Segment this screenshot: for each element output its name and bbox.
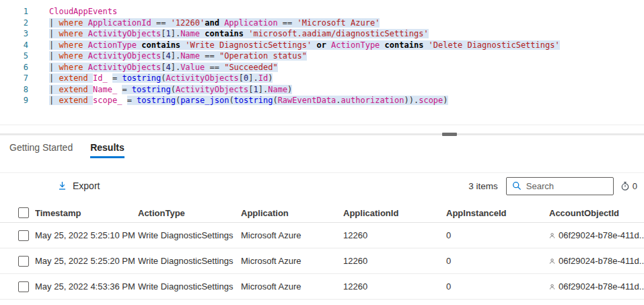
line-number: 5 xyxy=(0,50,28,62)
person-icon xyxy=(549,257,555,266)
table-row[interactable]: May 25, 2022 5:25:20 PMWrite DiagnosticS… xyxy=(0,248,644,274)
column-header-accountobjectid[interactable]: AccountObjectId xyxy=(549,208,644,218)
line-number: 1 xyxy=(0,6,28,18)
code-line[interactable]: 3| where ActivityObjects[1].Name contain… xyxy=(0,28,644,40)
cell-application-id: 12260 xyxy=(343,230,446,240)
line-number: 6 xyxy=(0,62,28,73)
account-object-id-value: 06f29024-b78e-411d.. xyxy=(559,256,644,266)
items-count: 3 items xyxy=(468,181,498,191)
code-line[interactable]: 8| extend Name_ = tostring(ActivityObjec… xyxy=(0,84,644,96)
column-header-applicationid[interactable]: ApplicationId xyxy=(343,208,446,218)
splitter-drag-handle[interactable] xyxy=(442,133,457,136)
code-line[interactable]: 7| extend Id_ = tostring(ActivityObjects… xyxy=(0,73,644,84)
pane-splitter[interactable] xyxy=(0,133,644,135)
stopwatch-icon xyxy=(620,181,630,191)
code-line[interactable]: 5| where ActivityObjects[4].Name == "Ope… xyxy=(0,50,644,62)
cell-timestamp: May 25, 2022 5:25:10 PM xyxy=(35,230,138,240)
row-checkbox[interactable] xyxy=(18,281,29,292)
code-line[interactable]: 2| where ApplicationId == '12260'and App… xyxy=(0,18,644,29)
cell-app-instance-id: 0 xyxy=(446,230,549,240)
column-header-actiontype[interactable]: ActionType xyxy=(138,208,241,218)
line-number: 7 xyxy=(0,73,28,84)
export-button[interactable]: Export xyxy=(57,180,100,191)
code-line[interactable]: 1CloudAppEvents xyxy=(0,6,644,18)
cell-application: Microsoft Azure xyxy=(241,281,343,292)
cell-account-object-id: 06f29024-b78e-411d.. xyxy=(549,281,644,292)
table-row[interactable]: May 25, 2022 4:53:36 PMWrite DiagnosticS… xyxy=(0,274,644,300)
column-header-appinstanceid[interactable]: AppInstanceId xyxy=(446,208,549,218)
search-input[interactable] xyxy=(526,181,604,191)
line-number: 4 xyxy=(0,40,28,51)
cell-application: Microsoft Azure xyxy=(241,256,343,266)
query-duration-value: 0 xyxy=(633,181,637,191)
code-line[interactable]: 6| where ActivityObjects[4].Value == "Su… xyxy=(0,62,644,73)
person-icon xyxy=(549,231,555,240)
search-box[interactable] xyxy=(506,177,614,195)
cell-application-id: 12260 xyxy=(343,281,446,292)
tab-getting-started[interactable]: Getting Started xyxy=(9,142,73,158)
search-icon xyxy=(512,181,522,191)
line-number: 2 xyxy=(0,18,28,29)
export-label: Export xyxy=(73,180,100,191)
cell-timestamp: May 25, 2022 5:25:20 PM xyxy=(35,256,138,266)
cell-application: Microsoft Azure xyxy=(241,230,343,240)
line-number: 9 xyxy=(0,95,28,106)
row-checkbox[interactable] xyxy=(18,230,29,241)
cell-action-type: Write DiagnosticSettings xyxy=(138,281,241,292)
results-table-body: May 25, 2022 5:25:10 PMWrite DiagnosticS… xyxy=(0,223,644,300)
tab-results[interactable]: Results xyxy=(90,142,124,158)
results-table-header: Timestamp ActionType Application Applica… xyxy=(0,203,644,223)
results-toolbar: Export 3 items 0 xyxy=(0,172,644,199)
query-editor[interactable]: 1CloudAppEvents2| where ApplicationId ==… xyxy=(0,0,644,125)
line-number: 3 xyxy=(0,28,28,40)
row-checkbox[interactable] xyxy=(18,256,29,267)
table-row[interactable]: May 25, 2022 5:25:10 PMWrite DiagnosticS… xyxy=(0,223,644,248)
query-duration: 0 xyxy=(620,181,637,191)
cell-application-id: 12260 xyxy=(343,256,446,266)
cell-account-object-id: 06f29024-b78e-411d.. xyxy=(549,256,644,266)
cell-account-object-id: 06f29024-b78e-411d.. xyxy=(549,230,644,240)
cell-action-type: Write DiagnosticSettings xyxy=(138,256,241,266)
code-line[interactable]: 9| extend scope_ = tostring(parse_json(t… xyxy=(0,95,644,106)
download-icon xyxy=(57,180,67,191)
results-table: Timestamp ActionType Application Applica… xyxy=(0,203,644,300)
cell-action-type: Write DiagnosticSettings xyxy=(138,230,241,240)
cell-app-instance-id: 0 xyxy=(446,281,549,292)
cell-app-instance-id: 0 xyxy=(446,256,549,266)
column-header-timestamp[interactable]: Timestamp xyxy=(35,208,138,218)
advanced-hunting-results-screen: 1CloudAppEvents2| where ApplicationId ==… xyxy=(0,0,644,305)
account-object-id-value: 06f29024-b78e-411d.. xyxy=(559,230,644,240)
cell-timestamp: May 25, 2022 4:53:36 PM xyxy=(35,281,138,292)
code-line[interactable]: 4| where ActionType contains 'Write Diag… xyxy=(0,40,644,51)
person-icon xyxy=(549,282,555,292)
select-all-checkbox[interactable] xyxy=(18,207,29,218)
line-number: 8 xyxy=(0,84,28,96)
results-tabs: Getting Started Results xyxy=(9,142,644,158)
column-header-application[interactable]: Application xyxy=(241,208,343,218)
account-object-id-value: 06f29024-b78e-411d.. xyxy=(559,281,644,292)
